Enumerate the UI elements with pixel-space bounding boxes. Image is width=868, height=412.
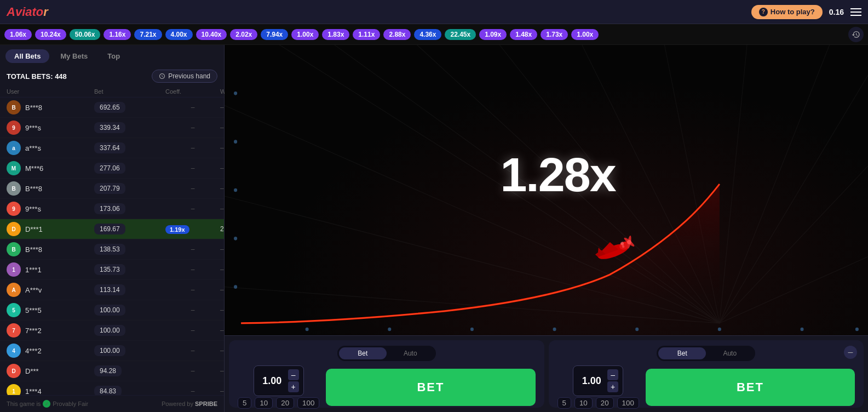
user-cell: A A***v xyxy=(7,283,94,297)
user-cell: a a***s xyxy=(7,141,94,155)
mult-pill[interactable]: 1.83x xyxy=(322,29,349,40)
mult-pill[interactable]: 1.00x xyxy=(291,29,319,40)
tab-my-bets[interactable]: My Bets xyxy=(51,49,96,63)
bet-tab-1-auto[interactable]: Auto xyxy=(387,347,434,359)
amount-decrement-2[interactable]: – xyxy=(607,369,618,380)
prev-hand-label: Previous hand xyxy=(168,72,210,80)
user-cell: 7 7***2 xyxy=(7,323,94,337)
bets-list: B B***8 692.65 – – 9 9***s 339.34 – – xyxy=(0,98,224,395)
table-row: 9 9***s 339.34 – – xyxy=(0,118,224,138)
mult-pill[interactable]: 1.09x xyxy=(479,29,507,40)
avatar: M xyxy=(7,161,21,175)
username: 9***s xyxy=(25,124,41,132)
bet-controls-1: 1.00 – + 5 10 20 100 B xyxy=(238,365,536,409)
balance-display: 0.16 xyxy=(829,8,844,16)
bet-tab-2-auto[interactable]: Auto xyxy=(706,347,754,359)
coeff-value: – xyxy=(165,286,220,294)
mult-pill[interactable]: 50.06x xyxy=(70,29,101,40)
quick-10-2[interactable]: 10 xyxy=(574,397,593,409)
mult-pill[interactable]: 7.21x xyxy=(134,29,162,40)
mult-pill[interactable]: 22.45x xyxy=(445,29,476,40)
avatar: 1 xyxy=(7,384,21,395)
svg-point-16 xyxy=(234,188,237,192)
quick-amounts-2: 5 10 20 100 xyxy=(557,397,639,409)
mult-pill[interactable]: 1.48x xyxy=(510,29,537,40)
mult-pill[interactable]: 2.88x xyxy=(383,29,411,40)
username: 9***s xyxy=(25,205,41,213)
quick-20-1[interactable]: 20 xyxy=(276,397,294,409)
username: B***8 xyxy=(25,245,42,254)
main-layout: All Bets My Bets Top TOTAL BETS: 448 Pre… xyxy=(0,45,868,412)
multiplier-bar: 1.06x 10.24x 50.06x 1.16x 7.21x 4.00x 10… xyxy=(0,24,868,45)
remove-panel-button[interactable]: – xyxy=(844,346,857,359)
mult-pill[interactable]: 2.02x xyxy=(230,29,257,40)
quick-10-1[interactable]: 10 xyxy=(255,397,273,409)
avatar: B xyxy=(7,181,21,196)
coeff-value: – xyxy=(165,104,220,111)
airplane xyxy=(583,231,643,271)
bet-panel-1: Bet Auto 1.00 – + 5 xyxy=(229,340,544,408)
table-row: D D*** 94.28 – – xyxy=(0,361,224,381)
table-row: B B***8 138.53 – – xyxy=(0,239,224,260)
mult-pill[interactable]: 4.36x xyxy=(414,29,441,40)
tab-all-bets[interactable]: All Bets xyxy=(5,49,49,63)
table-row: B B***8 207.79 – – xyxy=(0,179,224,199)
mult-pill[interactable]: 1.11x xyxy=(353,29,380,40)
mult-pill[interactable]: 1.00x xyxy=(571,29,599,40)
username: 1***4 xyxy=(25,387,42,396)
username: A***v xyxy=(25,286,42,294)
mult-pill[interactable]: 1.16x xyxy=(104,29,131,40)
username: D*** xyxy=(25,367,39,375)
user-cell: 9 9***s xyxy=(7,121,94,135)
table-row: 5 5***5 100.00 – – xyxy=(0,300,224,321)
how-to-play-button[interactable]: ? How to play? xyxy=(751,5,823,19)
mult-pill[interactable]: 4.00x xyxy=(165,29,193,40)
amount-increment-2[interactable]: + xyxy=(607,381,618,392)
hamburger-button[interactable] xyxy=(850,8,861,16)
avatar: 1 xyxy=(7,262,21,277)
svg-point-22 xyxy=(553,328,556,331)
mult-pill[interactable]: 10.40x xyxy=(196,29,227,40)
col-user: User xyxy=(7,88,94,95)
win-value: – xyxy=(220,185,224,192)
table-row: A A***v 113.14 – – xyxy=(0,280,224,300)
coeff-value: – xyxy=(165,185,220,192)
bet-button-2[interactable]: BET xyxy=(646,369,855,406)
footer-text: This game is xyxy=(7,400,41,407)
tab-top[interactable]: Top xyxy=(99,49,129,63)
coeff-pill: 1.19x xyxy=(165,225,189,234)
bet-tab-2-bet[interactable]: Bet xyxy=(658,347,706,359)
bet-button-1[interactable]: BET xyxy=(326,369,535,406)
coeff-value: – xyxy=(165,367,220,375)
bet-amount: 207.79 xyxy=(94,183,125,194)
history-icon[interactable] xyxy=(848,27,864,42)
quick-100-1[interactable]: 100 xyxy=(297,397,319,409)
user-cell: 1 1***4 xyxy=(7,384,94,395)
svg-line-8 xyxy=(720,166,868,323)
win-value: – xyxy=(220,286,224,294)
previous-hand-button[interactable]: Previous hand xyxy=(152,70,217,83)
svg-line-7 xyxy=(720,75,868,323)
svg-point-26 xyxy=(855,328,859,331)
mult-pill[interactable]: 1.73x xyxy=(541,29,568,40)
quick-5-2[interactable]: 5 xyxy=(557,397,571,409)
bet-tab-1-bet[interactable]: Bet xyxy=(339,347,387,359)
svg-point-25 xyxy=(800,328,803,331)
username: B***8 xyxy=(25,185,42,193)
avatar: D xyxy=(7,222,21,236)
bet-amount: 94.28 xyxy=(94,365,122,376)
quick-5-1[interactable]: 5 xyxy=(238,397,251,409)
quick-100-2[interactable]: 100 xyxy=(617,397,639,409)
mult-pill[interactable]: 7.94x xyxy=(261,29,288,40)
mult-pill[interactable]: 10.24x xyxy=(35,29,66,40)
amount-decrement-1[interactable]: – xyxy=(288,369,299,380)
bet-amount: 173.06 xyxy=(94,203,125,214)
amount-increment-1[interactable]: + xyxy=(288,381,299,392)
mult-pill[interactable]: 1.06x xyxy=(4,29,32,40)
avatar: A xyxy=(7,283,21,297)
svg-line-5 xyxy=(720,45,747,323)
win-value: – xyxy=(220,245,224,253)
quick-20-2[interactable]: 20 xyxy=(596,397,614,409)
svg-point-15 xyxy=(234,140,237,144)
table-row: B B***8 692.65 – – xyxy=(0,98,224,118)
